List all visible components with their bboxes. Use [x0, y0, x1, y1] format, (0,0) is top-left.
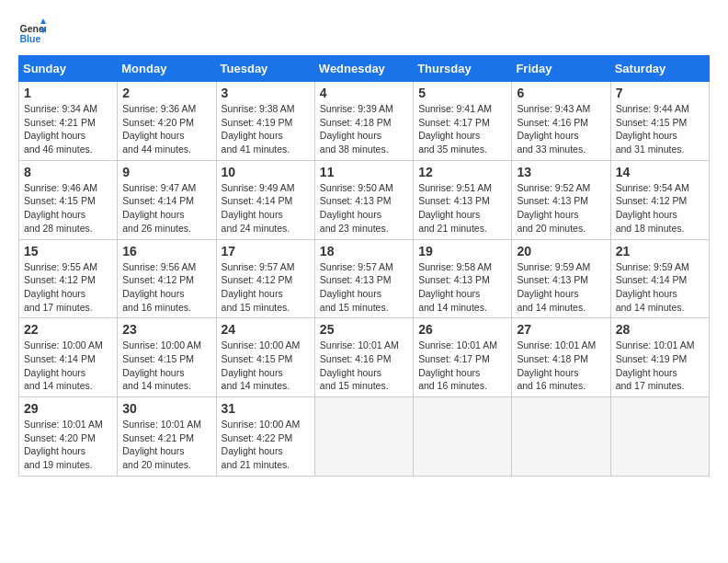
day-number: 24	[222, 322, 310, 337]
calendar-cell: 31 Sunrise: 10:00 AM Sunset: 4:22 PM Day…	[216, 397, 314, 477]
calendar-cell: 23 Sunrise: 10:00 AM Sunset: 4:15 PM Day…	[118, 318, 216, 397]
cell-content: Sunrise: 10:00 AM Sunset: 4:22 PM Daylig…	[222, 419, 301, 470]
calendar-cell: 15 Sunrise: 9:55 AM Sunset: 4:12 PM Dayl…	[19, 239, 118, 318]
cell-content: Sunrise: 9:36 AM Sunset: 4:20 PM Dayligh…	[122, 103, 196, 155]
calendar-cell: 14 Sunrise: 9:54 AM Sunset: 4:12 PM Dayl…	[610, 160, 709, 239]
calendar-cell: 29 Sunrise: 10:01 AM Sunset: 4:20 PM Day…	[19, 397, 118, 477]
cell-content: Sunrise: 9:56 AM Sunset: 4:12 PM Dayligh…	[122, 261, 196, 313]
day-number: 22	[24, 322, 112, 337]
calendar-cell: 3 Sunrise: 9:38 AM Sunset: 4:19 PM Dayli…	[216, 82, 314, 161]
calendar-cell: 4 Sunrise: 9:39 AM Sunset: 4:18 PM Dayli…	[314, 82, 413, 161]
page-header: General Blue	[18, 18, 710, 46]
cell-content: Sunrise: 9:43 AM Sunset: 4:16 PM Dayligh…	[517, 103, 590, 155]
day-number: 28	[616, 322, 704, 337]
cell-content: Sunrise: 9:38 AM Sunset: 4:19 PM Dayligh…	[222, 103, 295, 155]
day-header-wednesday: Wednesday	[314, 56, 413, 82]
cell-content: Sunrise: 9:57 AM Sunset: 4:12 PM Dayligh…	[222, 261, 295, 313]
cell-content: Sunrise: 10:00 AM Sunset: 4:15 PM Daylig…	[122, 339, 201, 391]
day-number: 29	[24, 401, 112, 416]
calendar-cell: 17 Sunrise: 9:57 AM Sunset: 4:12 PM Dayl…	[216, 239, 314, 318]
calendar-cell: 27 Sunrise: 10:01 AM Sunset: 4:18 PM Day…	[512, 318, 610, 397]
cell-content: Sunrise: 9:57 AM Sunset: 4:13 PM Dayligh…	[320, 261, 393, 313]
day-header-saturday: Saturday	[610, 56, 709, 82]
calendar-cell	[512, 397, 610, 477]
calendar-cell: 13 Sunrise: 9:52 AM Sunset: 4:13 PM Dayl…	[512, 160, 610, 239]
calendar-cell: 16 Sunrise: 9:56 AM Sunset: 4:12 PM Dayl…	[118, 239, 216, 318]
cell-content: Sunrise: 9:41 AM Sunset: 4:17 PM Dayligh…	[418, 103, 492, 155]
day-header-friday: Friday	[512, 56, 610, 82]
cell-content: Sunrise: 9:54 AM Sunset: 4:12 PM Dayligh…	[616, 182, 689, 234]
day-number: 26	[418, 322, 506, 337]
day-number: 31	[222, 401, 310, 416]
calendar-cell: 1 Sunrise: 9:34 AM Sunset: 4:21 PM Dayli…	[19, 82, 118, 161]
week-row-4: 22 Sunrise: 10:00 AM Sunset: 4:14 PM Day…	[19, 318, 710, 397]
cell-content: Sunrise: 10:01 AM Sunset: 4:20 PM Daylig…	[24, 419, 103, 470]
cell-content: Sunrise: 10:01 AM Sunset: 4:18 PM Daylig…	[517, 339, 596, 391]
calendar-cell: 10 Sunrise: 9:49 AM Sunset: 4:14 PM Dayl…	[216, 160, 314, 239]
calendar-cell: 7 Sunrise: 9:44 AM Sunset: 4:15 PM Dayli…	[610, 82, 709, 161]
calendar-cell: 6 Sunrise: 9:43 AM Sunset: 4:16 PM Dayli…	[512, 82, 610, 161]
cell-content: Sunrise: 9:59 AM Sunset: 4:14 PM Dayligh…	[616, 261, 689, 313]
day-number: 19	[418, 244, 506, 259]
cell-content: Sunrise: 10:00 AM Sunset: 4:14 PM Daylig…	[24, 339, 103, 391]
day-number: 5	[418, 86, 506, 100]
cell-content: Sunrise: 9:44 AM Sunset: 4:15 PM Dayligh…	[616, 103, 689, 155]
calendar-cell: 24 Sunrise: 10:00 AM Sunset: 4:15 PM Day…	[216, 318, 314, 397]
week-row-5: 29 Sunrise: 10:01 AM Sunset: 4:20 PM Day…	[19, 397, 710, 477]
cell-content: Sunrise: 9:46 AM Sunset: 4:15 PM Dayligh…	[24, 182, 97, 234]
day-number: 30	[122, 401, 210, 416]
calendar-cell: 21 Sunrise: 9:59 AM Sunset: 4:14 PM Dayl…	[610, 239, 709, 318]
cell-content: Sunrise: 9:39 AM Sunset: 4:18 PM Dayligh…	[320, 103, 393, 155]
day-header-thursday: Thursday	[414, 56, 512, 82]
cell-content: Sunrise: 9:51 AM Sunset: 4:13 PM Dayligh…	[418, 182, 492, 234]
day-number: 10	[222, 165, 310, 179]
calendar-cell	[610, 397, 709, 477]
calendar-cell: 30 Sunrise: 10:01 AM Sunset: 4:21 PM Day…	[118, 397, 216, 477]
calendar-cell: 22 Sunrise: 10:00 AM Sunset: 4:14 PM Day…	[19, 318, 118, 397]
day-number: 1	[24, 86, 112, 100]
calendar-cell	[414, 397, 512, 477]
calendar-cell: 19 Sunrise: 9:58 AM Sunset: 4:13 PM Dayl…	[414, 239, 512, 318]
day-header-tuesday: Tuesday	[216, 56, 314, 82]
calendar-cell: 20 Sunrise: 9:59 AM Sunset: 4:13 PM Dayl…	[512, 239, 610, 318]
calendar-cell: 25 Sunrise: 10:01 AM Sunset: 4:16 PM Day…	[314, 318, 413, 397]
day-number: 16	[122, 244, 210, 259]
logo-icon: General Blue	[18, 18, 46, 46]
day-number: 12	[418, 165, 506, 179]
svg-text:Blue: Blue	[20, 33, 41, 44]
day-header-sunday: Sunday	[19, 56, 118, 82]
cell-content: Sunrise: 9:47 AM Sunset: 4:14 PM Dayligh…	[122, 182, 196, 234]
calendar-cell: 5 Sunrise: 9:41 AM Sunset: 4:17 PM Dayli…	[414, 82, 512, 161]
day-number: 21	[616, 244, 704, 259]
week-row-3: 15 Sunrise: 9:55 AM Sunset: 4:12 PM Dayl…	[19, 239, 710, 318]
calendar-cell: 18 Sunrise: 9:57 AM Sunset: 4:13 PM Dayl…	[314, 239, 413, 318]
cell-content: Sunrise: 9:55 AM Sunset: 4:12 PM Dayligh…	[24, 261, 97, 313]
day-number: 14	[616, 165, 704, 179]
calendar-cell: 9 Sunrise: 9:47 AM Sunset: 4:14 PM Dayli…	[118, 160, 216, 239]
day-number: 23	[122, 322, 210, 337]
day-number: 17	[222, 244, 310, 259]
day-number: 13	[517, 165, 605, 179]
calendar-cell: 12 Sunrise: 9:51 AM Sunset: 4:13 PM Dayl…	[414, 160, 512, 239]
calendar-header-row: SundayMondayTuesdayWednesdayThursdayFrid…	[19, 56, 710, 82]
day-number: 3	[222, 86, 310, 100]
calendar-cell	[314, 397, 413, 477]
cell-content: Sunrise: 10:01 AM Sunset: 4:19 PM Daylig…	[616, 339, 695, 391]
calendar-cell: 11 Sunrise: 9:50 AM Sunset: 4:13 PM Dayl…	[314, 160, 413, 239]
cell-content: Sunrise: 10:00 AM Sunset: 4:15 PM Daylig…	[222, 339, 301, 391]
day-number: 11	[320, 165, 408, 179]
day-number: 4	[320, 86, 408, 100]
day-number: 8	[24, 165, 112, 179]
calendar-cell: 2 Sunrise: 9:36 AM Sunset: 4:20 PM Dayli…	[118, 82, 216, 161]
cell-content: Sunrise: 10:01 AM Sunset: 4:17 PM Daylig…	[418, 339, 497, 391]
day-number: 18	[320, 244, 408, 259]
day-number: 15	[24, 244, 112, 259]
logo: General Blue	[18, 18, 46, 46]
cell-content: Sunrise: 9:58 AM Sunset: 4:13 PM Dayligh…	[418, 261, 492, 313]
day-number: 25	[320, 322, 408, 337]
week-row-1: 1 Sunrise: 9:34 AM Sunset: 4:21 PM Dayli…	[19, 82, 710, 161]
cell-content: Sunrise: 9:49 AM Sunset: 4:14 PM Dayligh…	[222, 182, 295, 234]
calendar-cell: 26 Sunrise: 10:01 AM Sunset: 4:17 PM Day…	[414, 318, 512, 397]
day-number: 20	[517, 244, 605, 259]
cell-content: Sunrise: 9:52 AM Sunset: 4:13 PM Dayligh…	[517, 182, 590, 234]
